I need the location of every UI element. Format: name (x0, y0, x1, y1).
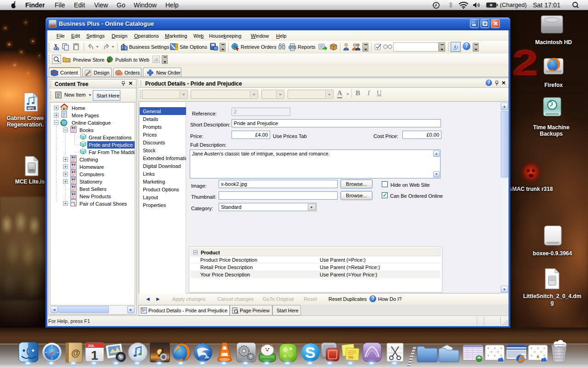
svg-text:1: 1 (91, 348, 98, 362)
svg-text:MP3: MP3 (28, 107, 34, 110)
svg-text:S: S (305, 344, 316, 361)
svg-text:i: i (454, 44, 456, 49)
svg-text:@: @ (71, 348, 80, 358)
svg-text:tax: tax (348, 355, 353, 360)
svg-text:JUL: JUL (88, 344, 95, 348)
